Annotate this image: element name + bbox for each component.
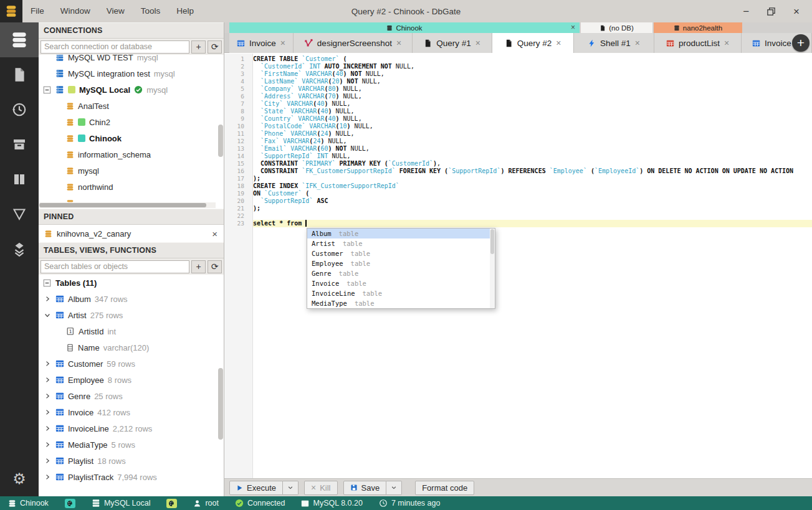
add-connection-button[interactable]: + (191, 40, 206, 54)
close-tab-icon[interactable]: × (556, 38, 561, 48)
code-line-23[interactable]: 23select * from (224, 220, 812, 227)
table-item[interactable]: Customer59 rows (39, 356, 224, 372)
chevron-right-icon[interactable] (42, 408, 52, 416)
menu-tools[interactable]: Tools (133, 0, 169, 22)
menu-view[interactable]: View (98, 0, 133, 22)
table-item[interactable]: InvoiceLine2,212 rows (39, 420, 224, 437)
table-item[interactable]: Playlist18 rows (39, 453, 224, 469)
menu-window[interactable]: Window (52, 0, 98, 22)
chevron-right-icon[interactable] (42, 425, 52, 432)
rail-item-settings[interactable]: ⚙ (0, 461, 39, 496)
minimize-button[interactable]: − (743, 6, 749, 17)
rail-item-connections[interactable] (0, 22, 39, 57)
chevron-right-icon[interactable] (42, 295, 52, 303)
connection-item[interactable]: Chinook (39, 130, 224, 146)
table-item[interactable]: Invoice412 rows (39, 404, 224, 420)
table-item[interactable]: PlaylistTrack7,994 rows (39, 469, 224, 485)
tab-query--1[interactable]: Query #1× (413, 33, 492, 53)
connection-item[interactable]: MySQL WD TESTmysql (39, 55, 224, 65)
statusbar-connection[interactable]: MySQL Local (92, 499, 151, 508)
close-tab-icon[interactable]: × (635, 38, 640, 48)
connection-item[interactable]: information_schema (39, 146, 224, 163)
tab-designerscreenshot[interactable]: designerScreenshot× (294, 33, 413, 53)
column-item[interactable]: Namevarchar(120) (39, 339, 224, 356)
statusbar-status[interactable]: Connected (235, 499, 285, 508)
column-item[interactable]: 1ArtistIdint (39, 323, 224, 339)
tables-vscrollbar[interactable] (218, 368, 223, 440)
code-line-20[interactable]: 20 `SupportRepId` ASC (224, 197, 812, 205)
table-item[interactable]: Album347 rows (39, 291, 224, 307)
code-line-5[interactable]: 5 `Company` VARCHAR(80) NULL, (224, 85, 812, 93)
connection-item[interactable]: MySQL Localmysql (39, 82, 224, 98)
menu-file[interactable]: File (22, 0, 52, 22)
tab-productlist[interactable]: productList× (654, 33, 742, 53)
tab-group--no-db-[interactable]: (no DB) (581, 22, 652, 33)
code-line-17[interactable]: 17); (224, 175, 812, 182)
statusbar-database[interactable]: Chinook (8, 499, 49, 508)
restore-button[interactable] (767, 7, 776, 16)
code-line-14[interactable]: 14 `SupportRepId` INT NULL, (224, 153, 812, 160)
tab-group-chinook[interactable]: Chinook× (229, 22, 580, 33)
chevron-right-icon[interactable] (42, 473, 52, 481)
code-line-11[interactable]: 11 `Phone` VARCHAR(24) NULL, (224, 130, 812, 138)
code-line-22[interactable]: 22 (224, 212, 812, 220)
collapse-icon[interactable] (42, 86, 52, 94)
connection-item[interactable]: AnalTest (39, 98, 224, 114)
autocomplete-item[interactable]: MediaTypetable (307, 298, 495, 308)
chevron-right-icon[interactable] (42, 360, 52, 367)
autocomplete-item[interactable]: Employeetable (307, 258, 495, 268)
autocomplete-item[interactable]: Artisttable (307, 238, 495, 248)
tab-group-nano2health[interactable]: nano2health (654, 22, 742, 33)
connection-color-chip[interactable] (166, 499, 177, 508)
chevron-right-icon[interactable] (42, 441, 52, 448)
connection-item[interactable]: mysql (39, 163, 224, 179)
autocomplete-item[interactable]: Customertable (307, 248, 495, 258)
code-line-15[interactable]: 15 CONSTRAINT `PRIMARY` PRIMARY KEY (`Cu… (224, 160, 812, 168)
database-color-chip[interactable] (65, 499, 75, 508)
code-line-3[interactable]: 3 `FirstName` VARCHAR(40) NOT NULL, (224, 70, 812, 78)
tab-shell--1[interactable]: Shell #1× (574, 33, 654, 53)
tables-group-header[interactable]: Tables (11) (39, 275, 224, 291)
chevron-down-icon[interactable] (42, 311, 52, 319)
format-code-button[interactable]: Format code (415, 481, 474, 495)
statusbar-user[interactable]: root (193, 499, 219, 508)
execute-options-button[interactable] (283, 481, 299, 495)
kill-button[interactable]: × Kill (304, 481, 338, 495)
objects-search-input[interactable] (41, 260, 189, 273)
unpin-icon[interactable]: × (212, 229, 217, 239)
code-line-19[interactable]: 19ON `Customer` ( (224, 190, 812, 197)
table-item[interactable]: MediaType5 rows (39, 437, 224, 453)
autocomplete-item[interactable]: InvoiceLinetable (307, 288, 495, 298)
rail-item-history[interactable] (0, 92, 39, 127)
execute-button[interactable]: Execute (229, 481, 283, 495)
collapse-icon[interactable] (42, 279, 52, 287)
code-line-21[interactable]: 21); (224, 205, 812, 212)
close-button[interactable]: × (793, 6, 800, 17)
table-item[interactable]: Genre25 rows (39, 388, 224, 404)
save-button[interactable]: Save (343, 481, 387, 495)
code-line-1[interactable]: 1CREATE TABLE `Customer` ( (224, 55, 812, 63)
connection-item[interactable]: northwind (39, 179, 224, 195)
menu-help[interactable]: Help (168, 0, 202, 22)
tab-query--2[interactable]: Query #2× (492, 33, 574, 53)
autocomplete-item[interactable]: Genretable (307, 268, 495, 278)
connections-search-input[interactable] (41, 40, 189, 54)
code-line-2[interactable]: 2 `CustomerId` INT AUTO_INCREMENT NOT NU… (224, 63, 812, 70)
close-tab-icon[interactable]: × (724, 38, 729, 48)
close-tab-icon[interactable]: × (280, 38, 285, 48)
autocomplete-scrollbar[interactable] (490, 229, 495, 308)
rail-item-plugins[interactable] (0, 232, 39, 267)
close-group-icon[interactable]: × (571, 23, 575, 32)
tab-invoice[interactable]: Invoice× (229, 33, 294, 53)
code-line-6[interactable]: 6 `Address` VARCHAR(70) NULL, (224, 93, 812, 100)
rail-item-files[interactable] (0, 57, 39, 92)
rail-item-query-designer[interactable] (0, 197, 39, 232)
code-line-16[interactable]: 16 CONSTRAINT `FK_CustomerSupportRepId` … (224, 168, 812, 175)
rail-item-favorites[interactable] (0, 162, 39, 197)
save-options-button[interactable] (386, 481, 402, 495)
add-object-button[interactable]: + (191, 260, 206, 273)
code-line-7[interactable]: 7 `City` VARCHAR(40) NULL, (224, 100, 812, 108)
rail-item-archive[interactable] (0, 127, 39, 162)
chevron-right-icon[interactable] (42, 376, 52, 384)
code-line-8[interactable]: 8 `State` VARCHAR(40) NULL, (224, 108, 812, 115)
